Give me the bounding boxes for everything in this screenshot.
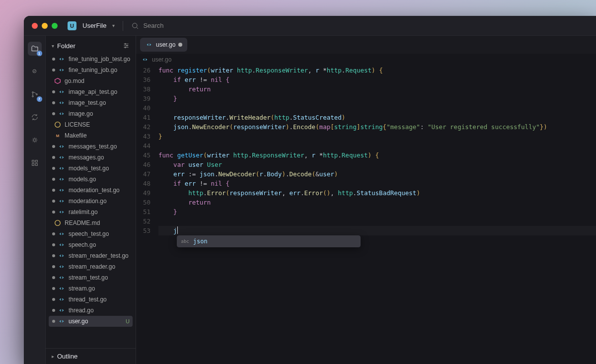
file-item[interactable]: stream.go bbox=[49, 283, 133, 294]
code-content[interactable]: return bbox=[158, 84, 211, 94]
explorer-icon[interactable]: 1 bbox=[28, 42, 42, 56]
code-line[interactable]: 46 var user User bbox=[136, 160, 596, 169]
file-item[interactable]: speech_test.go bbox=[49, 228, 133, 239]
file-item[interactable]: moderation_test.go bbox=[49, 185, 133, 196]
code-content[interactable]: var user User bbox=[158, 160, 222, 169]
outline-header[interactable]: ▸ Outline bbox=[46, 348, 136, 364]
file-item[interactable]: LICENSE bbox=[49, 119, 133, 130]
code-line[interactable]: 50 return bbox=[136, 198, 596, 207]
go-icon bbox=[58, 230, 66, 237]
file-item[interactable]: MMakefile bbox=[49, 130, 133, 141]
refresh-icon[interactable] bbox=[28, 110, 42, 124]
search-input[interactable]: Search bbox=[131, 22, 163, 30]
file-item[interactable]: image_api_test.go bbox=[49, 86, 133, 97]
code-line[interactable]: 26func register(writer http.ResponseWrit… bbox=[136, 66, 596, 75]
code-line[interactable]: 38 return bbox=[136, 84, 596, 94]
breadcrumb[interactable]: user.go bbox=[136, 54, 596, 66]
tab-user-go[interactable]: user.go bbox=[140, 38, 187, 52]
code-content[interactable]: if err != nil { bbox=[158, 75, 229, 84]
code-line[interactable]: 42 json.NewEncoder(responseWriter).Encod… bbox=[136, 122, 596, 132]
file-item[interactable]: speech.go bbox=[49, 239, 133, 250]
status-dot-icon bbox=[52, 156, 55, 159]
scm-icon[interactable]: 7 bbox=[28, 87, 42, 101]
code-line[interactable]: 43} bbox=[136, 132, 596, 141]
folder-header[interactable]: ▾ Folder bbox=[46, 38, 136, 54]
sidebar: ▾ Folder fine_tuning_job_test.gofine_tun… bbox=[46, 36, 136, 364]
file-item[interactable]: go.mod bbox=[49, 75, 133, 86]
code-line[interactable]: 39 } bbox=[136, 94, 596, 103]
code-content[interactable]: json.NewEncoder(responseWriter).Encode(m… bbox=[158, 122, 547, 132]
activity-bar: 1 7 bbox=[24, 36, 46, 364]
code-content[interactable]: return bbox=[158, 198, 211, 207]
go-icon bbox=[58, 274, 66, 281]
code-line[interactable]: 48 if err != nil { bbox=[136, 179, 596, 188]
file-item[interactable]: thread_test.go bbox=[49, 294, 133, 305]
file-label: stream_reader_test.go bbox=[69, 252, 129, 259]
close-window-icon[interactable] bbox=[32, 23, 38, 29]
code-line[interactable]: 51 } bbox=[136, 207, 596, 217]
line-number: 50 bbox=[136, 198, 158, 207]
makefile-icon: M bbox=[54, 132, 62, 139]
autocomplete-item[interactable]: abc json bbox=[177, 236, 360, 247]
code-line[interactable]: 53 j bbox=[136, 226, 596, 235]
code-content[interactable]: } bbox=[158, 132, 162, 141]
search-nav-icon[interactable] bbox=[28, 65, 42, 78]
file-item[interactable]: models_test.go bbox=[49, 163, 133, 174]
code-line[interactable]: 40 bbox=[136, 103, 596, 113]
code-content[interactable]: func getUser(writer http.ResponseWriter,… bbox=[158, 150, 379, 160]
file-item[interactable]: user.goU bbox=[49, 316, 133, 327]
code-line[interactable]: 45func getUser(writer http.ResponseWrite… bbox=[136, 150, 596, 160]
file-item[interactable]: fine_tuning_job_test.go bbox=[49, 54, 133, 65]
code-line[interactable]: 36 if err != nil { bbox=[136, 75, 596, 84]
file-item[interactable]: stream_reader.go bbox=[49, 261, 133, 272]
code-line[interactable]: 52 bbox=[136, 217, 596, 226]
line-number: 52 bbox=[136, 217, 158, 226]
status-dot-icon bbox=[52, 112, 55, 115]
minimize-window-icon[interactable] bbox=[42, 23, 48, 29]
code-content[interactable]: err := json.NewDecoder(r.Body).Decode(&u… bbox=[158, 169, 338, 179]
outline-label: Outline bbox=[57, 353, 77, 360]
file-item[interactable]: moderation.go bbox=[49, 196, 133, 207]
file-item[interactable]: messages.go bbox=[49, 152, 133, 163]
code-line[interactable]: 47 err := json.NewDecoder(r.Body).Decode… bbox=[136, 169, 596, 179]
file-item[interactable]: image_test.go bbox=[49, 97, 133, 108]
code-line[interactable]: 41 responseWriter.WriteHeader(http.Statu… bbox=[136, 113, 596, 122]
file-item[interactable]: thread.go bbox=[49, 305, 133, 316]
go-icon bbox=[58, 99, 66, 106]
autocomplete-popup[interactable]: abc json bbox=[177, 235, 361, 247]
go-icon bbox=[58, 241, 66, 248]
file-item[interactable]: README.md bbox=[49, 218, 133, 228]
file-item[interactable]: image.go bbox=[49, 108, 133, 119]
license-icon bbox=[54, 219, 62, 226]
file-item[interactable]: stream_reader_test.go bbox=[49, 250, 133, 261]
code-content[interactable]: http.Error(responseWriter, err.Error(), … bbox=[158, 188, 420, 198]
file-item[interactable]: stream_test.go bbox=[49, 272, 133, 283]
file-item[interactable]: models.go bbox=[49, 174, 133, 185]
file-item[interactable]: fine_tuning_job.go bbox=[49, 65, 133, 75]
svg-rect-10 bbox=[35, 163, 37, 165]
file-label: messages.go bbox=[69, 154, 104, 161]
code-content[interactable]: } bbox=[158, 207, 177, 217]
settings-icon[interactable] bbox=[123, 42, 130, 49]
status-dot-icon bbox=[52, 101, 55, 104]
project-name[interactable]: UserFile bbox=[82, 22, 106, 29]
svg-point-3 bbox=[32, 92, 33, 93]
code-line[interactable]: 44 bbox=[136, 141, 596, 150]
code-content[interactable]: func register(writer http.ResponseWriter… bbox=[158, 66, 383, 75]
code-editor[interactable]: 26func register(writer http.ResponseWrit… bbox=[136, 66, 596, 364]
code-content[interactable]: } bbox=[158, 94, 177, 103]
code-content[interactable]: responseWriter.WriteHeader(http.StatusCr… bbox=[158, 113, 345, 122]
extensions-icon[interactable] bbox=[28, 156, 42, 170]
debug-icon[interactable] bbox=[28, 133, 42, 147]
file-item[interactable]: messages_test.go bbox=[49, 141, 133, 152]
code-content[interactable]: if err != nil { bbox=[158, 179, 229, 188]
code-content[interactable]: j bbox=[158, 226, 178, 235]
file-item[interactable]: ratelimit.go bbox=[49, 207, 133, 218]
chevron-down-icon[interactable]: ▾ bbox=[112, 23, 115, 28]
activity-badge: 7 bbox=[37, 96, 42, 102]
code-line[interactable]: 49 http.Error(responseWriter, err.Error(… bbox=[136, 188, 596, 198]
zoom-window-icon[interactable] bbox=[52, 23, 58, 29]
line-number: 43 bbox=[136, 132, 158, 141]
file-label: fine_tuning_job_test.go bbox=[69, 56, 130, 63]
svg-point-0 bbox=[133, 23, 137, 27]
